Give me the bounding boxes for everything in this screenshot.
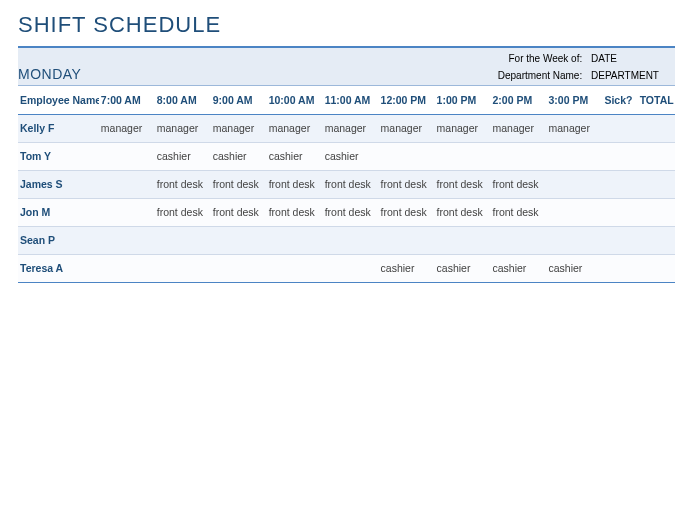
sick-cell [602,198,637,226]
day-label: MONDAY [18,66,81,82]
shift-cell: cashier [379,254,435,282]
meta-block: For the Week of: DATE Department Name: D… [478,50,675,84]
shift-cell: front desk [379,170,435,198]
shift-cell: front desk [155,170,211,198]
shift-cell: cashier [211,142,267,170]
shift-cell [435,142,491,170]
employee-name: Jon M [18,198,99,226]
shift-cell: manager [379,114,435,142]
schedule-table: Employee Name 7:00 AM 8:00 AM 9:00 AM 10… [18,86,675,283]
shift-cell: front desk [491,170,547,198]
shift-cell: front desk [155,198,211,226]
week-label: For the Week of: [478,50,588,67]
total-cell [638,170,675,198]
employee-name: Teresa A [18,254,99,282]
shift-cell: cashier [155,142,211,170]
shift-cell: cashier [546,254,602,282]
shift-cell [491,142,547,170]
table-row: Tom Ycashiercashiercashiercashier [18,142,675,170]
shift-cell [99,142,155,170]
shift-cell: front desk [211,198,267,226]
dept-label: Department Name: [478,67,588,84]
shift-cell: manager [211,114,267,142]
employee-name: Sean P [18,226,99,254]
col-time-3: 10:00 AM [267,86,323,114]
shift-cell [155,226,211,254]
col-total: TOTAL [638,86,675,114]
header-row: Employee Name 7:00 AM 8:00 AM 9:00 AM 10… [18,86,675,114]
shift-cell [99,254,155,282]
shift-cell: manager [491,114,547,142]
table-row: Jon Mfront deskfront deskfront deskfront… [18,198,675,226]
shift-cell [99,170,155,198]
shift-cell [99,226,155,254]
shift-cell [379,226,435,254]
shift-cell [155,254,211,282]
shift-cell [546,170,602,198]
shift-cell [435,226,491,254]
shift-cell: front desk [379,198,435,226]
col-sick: Sick? [602,86,637,114]
col-time-5: 12:00 PM [379,86,435,114]
sick-cell [602,226,637,254]
shift-cell: front desk [491,198,547,226]
shift-cell: manager [155,114,211,142]
total-cell [638,226,675,254]
shift-cell: front desk [435,170,491,198]
col-time-1: 8:00 AM [155,86,211,114]
shift-cell: front desk [323,170,379,198]
week-value: DATE [591,50,675,67]
shift-cell [379,142,435,170]
col-time-6: 1:00 PM [435,86,491,114]
shift-cell [491,226,547,254]
shift-cell: front desk [211,170,267,198]
shift-cell [546,142,602,170]
col-time-4: 11:00 AM [323,86,379,114]
table-row: James Sfront deskfront deskfront deskfro… [18,170,675,198]
col-time-2: 9:00 AM [211,86,267,114]
shift-cell: manager [435,114,491,142]
col-time-8: 3:00 PM [546,86,602,114]
shift-cell: manager [323,114,379,142]
shift-cell: manager [267,114,323,142]
col-time-0: 7:00 AM [99,86,155,114]
employee-name: Kelly F [18,114,99,142]
col-time-7: 2:00 PM [491,86,547,114]
sick-cell [602,170,637,198]
total-cell [638,142,675,170]
employee-name: Tom Y [18,142,99,170]
total-cell [638,254,675,282]
col-employee: Employee Name [18,86,99,114]
total-cell [638,198,675,226]
table-row: Teresa Acashiercashiercashiercashier [18,254,675,282]
shift-cell: front desk [435,198,491,226]
shift-cell: cashier [491,254,547,282]
shift-cell: manager [546,114,602,142]
shift-cell [211,254,267,282]
shift-cell [211,226,267,254]
shift-cell: cashier [267,142,323,170]
dept-value: DEPARTMENT [591,67,675,84]
shift-cell [267,254,323,282]
employee-name: James S [18,170,99,198]
table-row: Kelly Fmanagermanagermanagermanagermanag… [18,114,675,142]
sick-cell [602,114,637,142]
table-row: Sean P [18,226,675,254]
shift-cell: cashier [435,254,491,282]
shift-cell [546,198,602,226]
shift-cell: front desk [267,170,323,198]
shift-cell [267,226,323,254]
shift-cell [99,198,155,226]
shift-cell: cashier [323,142,379,170]
shift-cell: front desk [323,198,379,226]
page-title: SHIFT SCHEDULE [18,12,675,38]
header-bar: MONDAY For the Week of: DATE Department … [18,46,675,86]
shift-cell: manager [99,114,155,142]
total-cell [638,114,675,142]
shift-cell [323,254,379,282]
shift-cell: front desk [267,198,323,226]
shift-cell [546,226,602,254]
shift-cell [323,226,379,254]
sick-cell [602,142,637,170]
sick-cell [602,254,637,282]
